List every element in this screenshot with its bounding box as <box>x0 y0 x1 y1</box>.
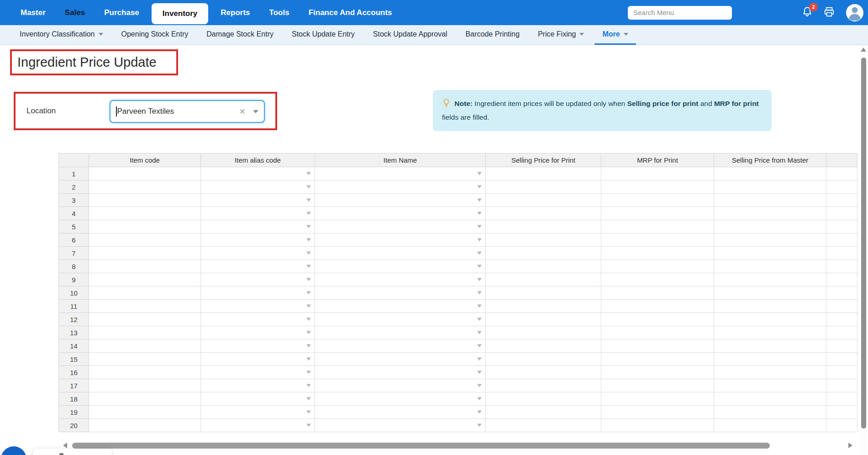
cell-blank[interactable] <box>826 366 857 379</box>
cell-selling-price-for-print[interactable] <box>486 339 601 353</box>
location-select[interactable]: Parveen Textiles ✕ <box>110 100 265 123</box>
cell-item-code[interactable] <box>89 180 201 194</box>
cell-item-name[interactable] <box>315 194 486 207</box>
cell-item-alias-code[interactable] <box>201 366 315 379</box>
dropdown-arrow-icon[interactable] <box>477 331 482 334</box>
cell-item-code[interactable] <box>89 220 201 233</box>
dropdown-arrow-icon[interactable] <box>477 305 482 308</box>
nav-item-inventory[interactable]: Inventory <box>152 3 209 24</box>
cell-mrp-for-print[interactable] <box>601 366 714 379</box>
cell-selling-price-from-master[interactable] <box>714 286 826 300</box>
cell-selling-price-from-master[interactable] <box>714 392 826 406</box>
cell-selling-price-from-master[interactable] <box>714 353 826 366</box>
cell-item-code[interactable] <box>89 339 201 353</box>
cell-item-name[interactable] <box>315 366 486 379</box>
cell-mrp-for-print[interactable] <box>601 379 714 392</box>
dropdown-arrow-icon[interactable] <box>306 411 311 414</box>
vertical-scrollbar[interactable] <box>860 41 867 455</box>
nav-item-master[interactable]: Master <box>14 5 53 21</box>
cell-blank[interactable] <box>826 313 857 326</box>
cell-item-code[interactable] <box>89 167 201 180</box>
dropdown-arrow-icon[interactable] <box>306 199 311 202</box>
cell-item-code[interactable] <box>89 300 201 313</box>
cell-mrp-for-print[interactable] <box>601 353 714 366</box>
cell-item-name[interactable] <box>315 286 486 300</box>
cell-mrp-for-print[interactable] <box>601 273 714 286</box>
dropdown-arrow-icon[interactable] <box>477 278 482 281</box>
cell-item-alias-code[interactable] <box>201 392 315 406</box>
dropdown-arrow-icon[interactable] <box>306 318 311 321</box>
cell-blank[interactable] <box>826 339 857 353</box>
cell-item-name[interactable] <box>315 313 486 326</box>
cell-item-code[interactable] <box>89 379 201 392</box>
dropdown-arrow-icon[interactable] <box>306 225 311 228</box>
cell-mrp-for-print[interactable] <box>601 194 714 207</box>
dropdown-arrow-icon[interactable] <box>306 344 311 348</box>
cell-item-name[interactable] <box>315 167 486 180</box>
dropdown-arrow-icon[interactable] <box>477 371 482 374</box>
dropdown-arrow-icon[interactable] <box>306 185 311 189</box>
cell-item-code[interactable] <box>89 233 201 247</box>
cell-item-name[interactable] <box>315 247 486 260</box>
cell-selling-price-for-print[interactable] <box>486 392 601 406</box>
dropdown-arrow-icon[interactable] <box>306 424 311 427</box>
cell-item-name[interactable] <box>315 233 486 247</box>
cell-blank[interactable] <box>826 379 857 392</box>
cell-item-name[interactable] <box>315 260 486 273</box>
cell-selling-price-for-print[interactable] <box>486 326 601 339</box>
cell-selling-price-from-master[interactable] <box>714 366 826 379</box>
cell-mrp-for-print[interactable] <box>601 313 714 326</box>
dropdown-arrow-icon[interactable] <box>477 225 482 228</box>
cell-blank[interactable] <box>826 207 857 220</box>
subnav-item-stock-update-entry[interactable]: Stock Update Entry <box>284 25 363 45</box>
subnav-item-inventory-classification[interactable]: Inventory Classification <box>12 25 111 45</box>
cell-item-alias-code[interactable] <box>201 207 315 220</box>
dropdown-arrow-icon[interactable] <box>306 384 311 387</box>
dropdown-arrow-icon[interactable] <box>477 252 482 255</box>
scroll-up-arrow-icon[interactable] <box>861 48 866 52</box>
cell-mrp-for-print[interactable] <box>601 247 714 260</box>
cell-item-code[interactable] <box>89 286 201 300</box>
cell-blank[interactable] <box>826 326 857 339</box>
dropdown-arrow-icon[interactable] <box>477 358 482 361</box>
cell-item-name[interactable] <box>315 300 486 313</box>
dropdown-arrow-icon[interactable] <box>477 172 482 175</box>
cell-item-alias-code[interactable] <box>201 286 315 300</box>
cell-selling-price-for-print[interactable] <box>486 180 601 194</box>
cell-selling-price-for-print[interactable] <box>486 300 601 313</box>
cell-selling-price-from-master[interactable] <box>714 339 826 353</box>
cell-item-alias-code[interactable] <box>201 167 315 180</box>
cell-mrp-for-print[interactable] <box>601 406 714 419</box>
dropdown-arrow-icon[interactable] <box>306 305 311 308</box>
cell-item-code[interactable] <box>89 353 201 366</box>
cell-mrp-for-print[interactable] <box>601 286 714 300</box>
cell-selling-price-from-master[interactable] <box>714 300 826 313</box>
cell-item-code[interactable] <box>89 194 201 207</box>
cell-item-code[interactable] <box>89 247 201 260</box>
cell-selling-price-for-print[interactable] <box>486 286 601 300</box>
cell-blank[interactable] <box>826 419 857 432</box>
dropdown-arrow-icon[interactable] <box>477 185 482 189</box>
cell-selling-price-from-master[interactable] <box>714 167 826 180</box>
cell-selling-price-for-print[interactable] <box>486 220 601 233</box>
cell-selling-price-from-master[interactable] <box>714 207 826 220</box>
dropdown-arrow-icon[interactable] <box>477 265 482 268</box>
cell-blank[interactable] <box>826 233 857 247</box>
cell-item-name[interactable] <box>315 326 486 339</box>
cell-item-code[interactable] <box>89 260 201 273</box>
cell-selling-price-for-print[interactable] <box>486 194 601 207</box>
cell-mrp-for-print[interactable] <box>601 233 714 247</box>
cell-blank[interactable] <box>826 194 857 207</box>
cell-selling-price-for-print[interactable] <box>486 419 601 432</box>
dropdown-arrow-icon[interactable] <box>306 397 311 401</box>
cell-item-code[interactable] <box>89 419 201 432</box>
subnav-item-price-fixing[interactable]: Price Fixing <box>530 25 592 45</box>
dropdown-arrow-icon[interactable] <box>477 291 482 295</box>
cell-item-code[interactable] <box>89 273 201 286</box>
dropdown-arrow-icon[interactable] <box>306 238 311 242</box>
chevron-down-icon[interactable] <box>253 110 258 113</box>
subnav-item-barcode-printing[interactable]: Barcode Printing <box>458 25 527 45</box>
subnav-item-stock-update-approval[interactable]: Stock Update Approval <box>365 25 455 45</box>
nav-item-sales[interactable]: Sales <box>58 5 92 21</box>
cell-blank[interactable] <box>826 220 857 233</box>
